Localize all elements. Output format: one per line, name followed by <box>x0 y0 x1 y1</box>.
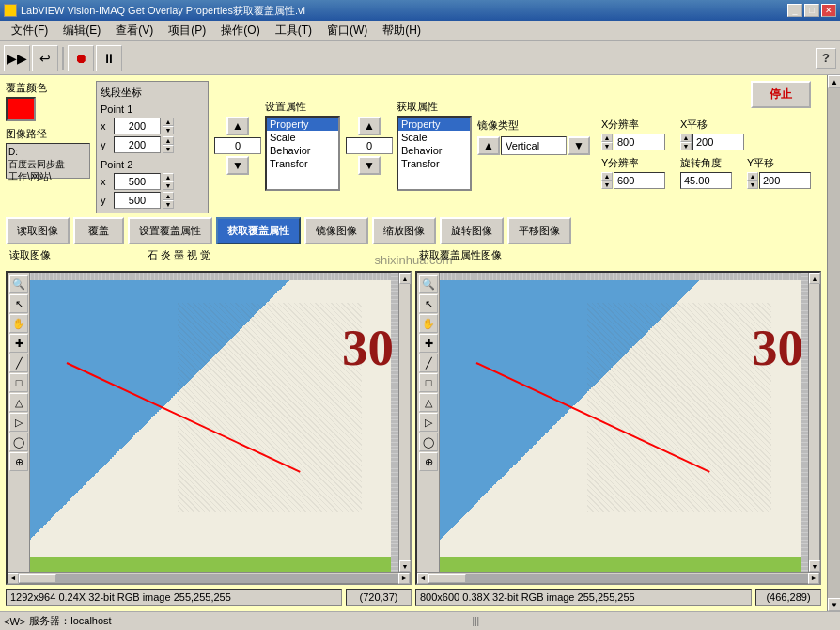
y-translate-value[interactable]: 200 <box>759 172 811 189</box>
x1-spin-up[interactable]: ▲ <box>163 118 174 126</box>
menu-window[interactable]: 窗口(W) <box>319 21 375 40</box>
translate-image-button[interactable]: 平移图像 <box>507 217 571 244</box>
x-translate-value[interactable]: 200 <box>692 134 744 150</box>
y-trans-spin-down[interactable]: ▼ <box>747 181 758 189</box>
rtool-crosshair[interactable]: ✚ <box>419 334 438 353</box>
x2-input[interactable]: 500 <box>114 173 161 190</box>
menu-operate[interactable]: 操作(O) <box>213 21 267 40</box>
rtool-zoom-in[interactable]: 🔍 <box>419 275 438 293</box>
tool-zoom-in[interactable]: 🔍 <box>9 275 28 293</box>
get-prop-item-0[interactable]: Property <box>398 118 470 131</box>
maximize-button[interactable]: □ <box>804 4 819 17</box>
y1-input[interactable]: 200 <box>114 136 161 153</box>
x2-spin-up[interactable]: ▲ <box>163 173 174 181</box>
x-trans-spin-down[interactable]: ▼ <box>680 142 692 150</box>
rotate-image-button[interactable]: 旋转图像 <box>440 217 504 244</box>
y-res-spin-down[interactable]: ▼ <box>601 181 613 189</box>
rtool-line[interactable]: ╱ <box>419 354 438 372</box>
set-overlay-props-button[interactable]: 设置覆盖属性 <box>128 217 212 244</box>
menu-edit[interactable]: 编辑(E) <box>55 21 108 40</box>
left-scroll-left[interactable]: ◄ <box>8 573 19 584</box>
tool-rect[interactable]: □ <box>9 373 28 392</box>
overlay-button[interactable]: 覆盖 <box>73 217 124 244</box>
window-scrollbar[interactable]: ▲ ▼ <box>827 75 840 611</box>
right-arrow-up[interactable]: ▲ <box>358 117 381 135</box>
tool-ellipse[interactable]: ◯ <box>9 433 28 451</box>
mirror-arrow-up[interactable]: ▲ <box>477 136 500 155</box>
minimize-button[interactable]: _ <box>787 4 802 17</box>
menu-project[interactable]: 项目(P) <box>161 21 213 40</box>
y-resolution-value[interactable]: 600 <box>614 172 665 189</box>
arrow-left-value[interactable]: 0 <box>214 137 261 154</box>
x-resolution-value[interactable]: 800 <box>614 134 665 150</box>
set-prop-item-0[interactable]: Property <box>267 118 338 131</box>
menu-tools[interactable]: 工具(T) <box>268 21 319 40</box>
mirror-arrow-down[interactable]: ▼ <box>568 136 590 155</box>
get-overlay-props-button[interactable]: 获取覆盖属性 <box>216 217 301 244</box>
right-scroll-up[interactable]: ▲ <box>809 273 820 284</box>
record-button[interactable]: ⏺ <box>68 45 94 71</box>
set-prop-item-3[interactable]: Transfor <box>267 157 338 170</box>
tool-extra[interactable]: ⊕ <box>9 452 28 471</box>
tool-poly[interactable]: △ <box>9 393 28 412</box>
rtool-extra[interactable]: ⊕ <box>419 452 438 471</box>
x-res-spin-up[interactable]: ▲ <box>601 134 613 142</box>
help-button[interactable]: ? <box>816 48 836 69</box>
rtool-fill[interactable]: ▷ <box>419 413 438 432</box>
tool-fill[interactable]: ▷ <box>9 413 28 432</box>
tool-crosshair[interactable]: ✚ <box>9 334 28 353</box>
mirror-value[interactable]: Vertical <box>501 136 567 155</box>
win-scroll-down[interactable]: ▼ <box>828 598 840 611</box>
menu-view[interactable]: 查看(V) <box>108 21 161 40</box>
win-scroll-up[interactable]: ▲ <box>828 75 840 88</box>
x-res-spin-down[interactable]: ▼ <box>601 142 613 150</box>
rtool-rect[interactable]: □ <box>419 373 438 392</box>
get-prop-item-3[interactable]: Transfor <box>398 157 470 170</box>
menu-file[interactable]: 文件(F) <box>4 21 55 40</box>
left-arrow-down[interactable]: ▼ <box>226 156 249 175</box>
left-scroll-right[interactable]: ► <box>398 573 410 584</box>
rtool-select[interactable]: ↖ <box>419 294 438 313</box>
left-scroll-up[interactable]: ▲ <box>399 273 411 284</box>
get-properties-list[interactable]: Property Scale Behavior Transfor <box>397 116 472 191</box>
left-arrow-up[interactable]: ▲ <box>226 117 249 135</box>
close-button[interactable]: ✕ <box>821 4 836 17</box>
zoom-image-button[interactable]: 缩放图像 <box>372 217 436 244</box>
right-scrollbar-v[interactable]: ▲ ▼ <box>808 273 819 572</box>
right-scroll-right[interactable]: ► <box>808 573 819 584</box>
rtool-poly[interactable]: △ <box>419 393 438 412</box>
run-arrow-button[interactable]: ▶▶ <box>4 45 30 71</box>
y2-spin-up[interactable]: ▲ <box>163 192 174 200</box>
image-path-input[interactable]: D:百度云同步盘工作\网站\ <box>6 143 90 179</box>
read-image-button[interactable]: 读取图像 <box>6 217 70 244</box>
x2-spin-down[interactable]: ▼ <box>163 181 174 190</box>
color-swatch[interactable] <box>6 97 36 121</box>
left-scroll-down[interactable]: ▼ <box>399 560 411 572</box>
y-trans-spin-up[interactable]: ▲ <box>747 172 758 181</box>
pause-button[interactable]: ⏸ <box>96 45 122 71</box>
set-prop-item-1[interactable]: Scale <box>267 131 338 144</box>
set-properties-list[interactable]: Property Scale Behavior Transfor <box>265 116 340 191</box>
mirror-image-button[interactable]: 镜像图像 <box>304 217 368 244</box>
x-trans-spin-up[interactable]: ▲ <box>680 134 692 142</box>
y-res-spin-up[interactable]: ▲ <box>601 172 613 181</box>
rtool-pan[interactable]: ✋ <box>419 314 438 333</box>
x1-input[interactable]: 200 <box>114 118 161 134</box>
y1-spin-up[interactable]: ▲ <box>163 136 174 145</box>
set-prop-item-2[interactable]: Behavior <box>267 144 338 157</box>
y1-spin-down[interactable]: ▼ <box>163 145 174 153</box>
tool-line[interactable]: ╱ <box>9 354 28 372</box>
left-scrollbar-h[interactable]: ◄ ► <box>8 572 410 583</box>
rtool-ellipse[interactable]: ◯ <box>419 433 438 451</box>
x1-spin-down[interactable]: ▼ <box>163 126 174 134</box>
get-prop-item-2[interactable]: Behavior <box>398 144 470 157</box>
arrow-right-value[interactable]: 0 <box>346 137 393 154</box>
right-arrow-down[interactable]: ▼ <box>358 156 381 175</box>
stop-button[interactable]: 停止 <box>751 81 811 108</box>
y2-input[interactable]: 500 <box>114 192 161 209</box>
get-prop-item-1[interactable]: Scale <box>398 131 470 144</box>
undo-button[interactable]: ↩ <box>32 45 58 71</box>
window-controls[interactable]: _ □ ✕ <box>787 4 836 17</box>
left-scrollbar-v[interactable]: ▲ ▼ <box>398 273 410 572</box>
tool-pan[interactable]: ✋ <box>9 314 28 333</box>
